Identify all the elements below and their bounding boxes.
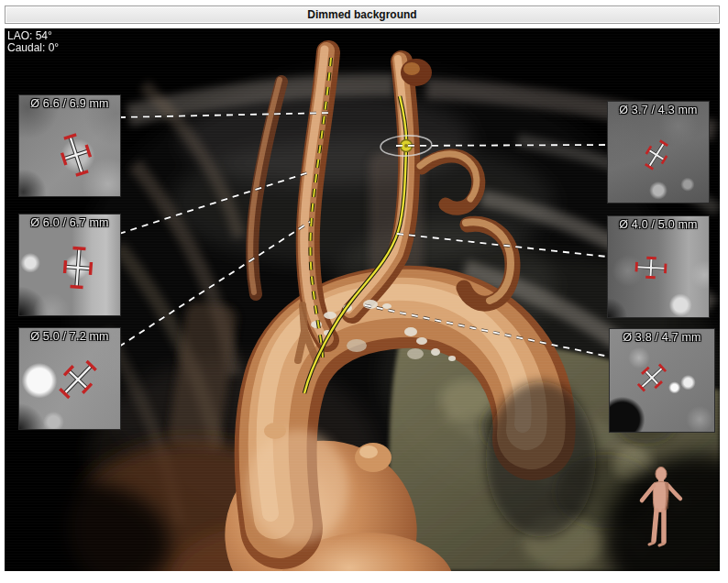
application-window: Dimmed background bbox=[0, 0, 728, 583]
diameter-label: Ø 3.7 / 4.3 mm bbox=[608, 104, 709, 116]
diameter-label: Ø 4.0 / 5.0 mm bbox=[608, 218, 709, 231]
crosshair-icon[interactable] bbox=[50, 126, 103, 183]
measurement-panel-right-1[interactable]: Ø 3.7 / 4.3 mm bbox=[607, 101, 710, 204]
diameter-label: Ø 6.6 / 6.9 mm bbox=[19, 97, 120, 110]
crosshair-icon[interactable] bbox=[56, 243, 100, 293]
3d-viewport[interactable]: LAO: 54° Caudal: 0° Ø 6.6 / 6.9 mm Ø 6.0… bbox=[5, 28, 720, 571]
diameter-label: Ø 5.0 / 7.2 mm bbox=[19, 330, 120, 343]
measurement-panel-left-1[interactable]: Ø 6.6 / 6.9 mm bbox=[18, 94, 121, 197]
crosshair-icon[interactable] bbox=[635, 133, 678, 178]
crosshair-icon[interactable] bbox=[628, 355, 675, 402]
pane-title: Dimmed background bbox=[6, 6, 719, 23]
measurement-panel-right-2[interactable]: Ø 4.0 / 5.0 mm bbox=[607, 215, 710, 318]
crosshair-icon[interactable] bbox=[633, 252, 670, 284]
orientation-readout: LAO: 54° Caudal: 0° bbox=[7, 30, 59, 54]
pane-header: Dimmed background bbox=[5, 6, 720, 24]
orientation-caudal: Caudal: 0° bbox=[7, 42, 59, 54]
measurement-panel-left-2[interactable]: Ø 6.0 / 6.7 mm bbox=[18, 214, 121, 316]
measurement-panel-left-3[interactable]: Ø 5.0 / 7.2 mm bbox=[18, 327, 121, 430]
diameter-label: Ø 3.8 / 4.7 mm bbox=[610, 331, 714, 344]
diameter-label: Ø 6.0 / 6.7 mm bbox=[19, 216, 120, 229]
crosshair-icon[interactable] bbox=[47, 348, 109, 411]
measurement-panel-right-3[interactable]: Ø 3.8 / 4.7 mm bbox=[609, 328, 715, 433]
